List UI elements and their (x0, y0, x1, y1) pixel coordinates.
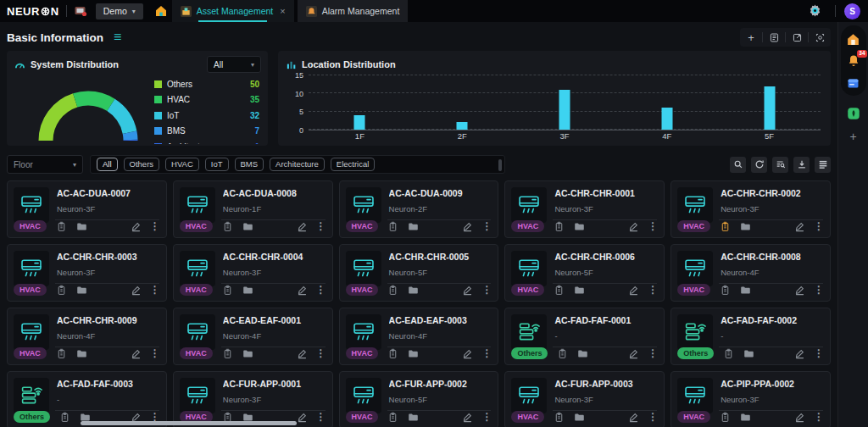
clipboard-icon[interactable] (56, 221, 67, 232)
clipboard-icon[interactable] (56, 285, 67, 296)
edit-icon[interactable] (794, 348, 805, 359)
folder-icon[interactable] (76, 348, 87, 359)
more-menu-icon[interactable]: ⋮ (150, 347, 160, 359)
tab-alarm-management[interactable]: Alarm Management (298, 0, 409, 22)
asset-card[interactable]: AC-EAD-EAF-0003 Neuron-4F HVAC ⋮ (339, 308, 499, 365)
settings-gear-icon[interactable] (808, 3, 823, 19)
workspace-app-icon[interactable] (74, 5, 87, 17)
asset-card[interactable]: AC-AC-DUA-0009 Neuron-2F HVAC ⋮ (339, 180, 499, 238)
asset-card[interactable]: AC-FAD-FAF-0001 - Others ⋮ (504, 308, 665, 365)
edit-icon[interactable] (297, 412, 308, 423)
add-app-icon[interactable]: + (849, 130, 856, 143)
filter-chip-hvac[interactable]: HVAC (165, 158, 199, 171)
asset-card[interactable]: AC-PIP-PPA-0002 Neuron-3F HVAC ⋮ (670, 371, 831, 427)
asset-card[interactable]: AC-FUR-APP-0003 Neuron-3F HVAC ⋮ (504, 371, 665, 427)
folder-icon[interactable] (577, 348, 588, 359)
user-avatar[interactable]: S (844, 3, 860, 19)
folder-icon[interactable] (76, 221, 87, 232)
asset-card[interactable]: AC-FUR-APP-0001 Neuron-3F HVAC ⋮ (173, 371, 333, 427)
edit-icon[interactable] (794, 221, 805, 232)
plant-icon[interactable] (846, 106, 861, 121)
folder-icon[interactable] (740, 285, 751, 296)
more-menu-icon[interactable]: ⋮ (316, 284, 326, 296)
folder-icon[interactable] (574, 285, 585, 296)
filter-chip-architecture[interactable]: Architecture (270, 158, 325, 171)
asset-card[interactable]: AC-CHR-CHR-0003 Neuron-3F HVAC ⋮ (7, 244, 167, 302)
more-menu-icon[interactable]: ⋮ (648, 411, 658, 423)
folder-icon[interactable] (740, 221, 751, 232)
asset-card[interactable]: AC-AC-DUA-0008 Neuron-1F HVAC ⋮ (173, 180, 333, 238)
edit-icon[interactable] (462, 221, 473, 232)
asset-card[interactable]: AC-CHR-CHR-0009 Neuron-4F HVAC ⋮ (7, 308, 167, 365)
folder-icon[interactable] (574, 412, 585, 423)
edit-icon[interactable] (628, 348, 639, 359)
clipboard-icon[interactable] (59, 412, 70, 423)
edit-icon[interactable] (131, 348, 142, 359)
asset-card[interactable]: AC-CHR-CHR-0004 Neuron-3F HVAC ⋮ (173, 244, 333, 302)
more-menu-icon[interactable]: ⋮ (814, 284, 824, 296)
list-search-icon[interactable] (772, 157, 788, 173)
menu-hamburger-icon[interactable]: ≡ (114, 30, 121, 44)
export-icon[interactable] (786, 28, 808, 47)
more-menu-icon[interactable]: ⋮ (481, 411, 492, 423)
folder-icon[interactable] (574, 221, 585, 232)
edit-icon[interactable] (628, 221, 639, 232)
more-menu-icon[interactable]: ⋮ (150, 220, 160, 232)
edit-icon[interactable] (297, 348, 308, 359)
edit-icon[interactable] (462, 412, 473, 423)
edit-icon[interactable] (628, 412, 639, 423)
more-menu-icon[interactable]: ⋮ (316, 347, 326, 359)
folder-icon[interactable] (408, 348, 419, 359)
clipboard-icon[interactable] (387, 221, 398, 232)
asset-card[interactable]: AC-CHR-CHR-0005 Neuron-5F HVAC ⋮ (339, 244, 499, 302)
more-menu-icon[interactable]: ⋮ (648, 284, 658, 296)
filter-chip-bms[interactable]: BMS (235, 158, 264, 171)
search-icon[interactable] (730, 157, 746, 173)
folder-icon[interactable] (408, 285, 419, 296)
more-menu-icon[interactable]: ⋮ (481, 220, 492, 232)
more-menu-icon[interactable]: ⋮ (481, 284, 492, 296)
folder-icon[interactable] (408, 412, 419, 423)
floor-select[interactable]: Floor ▾ (7, 155, 83, 174)
add-button[interactable]: + (740, 28, 762, 47)
edit-icon[interactable] (462, 348, 473, 359)
folder-icon[interactable] (408, 221, 419, 232)
asset-card[interactable]: AC-CHR-CHR-0002 Neuron-3F HVAC ⋮ (670, 180, 831, 238)
clipboard-icon[interactable] (554, 412, 565, 423)
folder-icon[interactable] (740, 412, 751, 423)
clipboard-icon[interactable] (56, 348, 67, 359)
more-menu-icon[interactable]: ⋮ (814, 220, 824, 232)
chip-scroll-handle[interactable] (498, 159, 502, 171)
clipboard-icon[interactable] (720, 221, 731, 232)
more-menu-icon[interactable]: ⋮ (316, 411, 326, 423)
system-filter-select[interactable]: All ▾ (207, 56, 261, 73)
notes-icon[interactable] (763, 28, 785, 47)
asset-card[interactable]: AC-CHR-CHR-0006 Neuron-5F HVAC ⋮ (504, 244, 665, 302)
filter-chip-iot[interactable]: IoT (205, 158, 229, 171)
edit-icon[interactable] (131, 285, 142, 296)
asset-card[interactable]: AC-AC-DUA-0007 Neuron-3F HVAC ⋮ (7, 180, 167, 238)
more-menu-icon[interactable]: ⋮ (814, 347, 824, 359)
folder-icon[interactable] (242, 285, 253, 296)
clipboard-icon[interactable] (387, 348, 398, 359)
home-icon[interactable] (153, 3, 169, 19)
refresh-icon[interactable] (751, 157, 767, 173)
asset-card[interactable]: AC-FAD-FAF-0002 - Others ⋮ (670, 308, 831, 365)
asset-card[interactable]: AC-EAD-EAF-0001 Neuron-4F HVAC ⋮ (173, 308, 333, 365)
house-icon[interactable] (846, 31, 861, 47)
clipboard-icon[interactable] (720, 412, 731, 423)
more-menu-icon[interactable]: ⋮ (481, 347, 492, 359)
clipboard-icon[interactable] (554, 285, 565, 296)
asset-card[interactable]: AC-FAD-FAF-0003 - Others ⋮ (7, 371, 167, 427)
close-icon[interactable]: × (280, 6, 285, 16)
blue-card-icon[interactable] (846, 75, 861, 91)
asset-card[interactable]: AC-CHR-CHR-0008 Neuron-4F HVAC ⋮ (670, 244, 831, 302)
folder-icon[interactable] (242, 348, 253, 359)
edit-icon[interactable] (628, 285, 639, 296)
download-icon[interactable] (793, 157, 810, 173)
filter-chip-all[interactable]: All (97, 158, 118, 171)
tab-asset-management[interactable]: Asset Management × (172, 0, 294, 22)
workspace-selector[interactable]: Demo ▾ (96, 3, 143, 19)
folder-icon[interactable] (743, 348, 754, 359)
more-menu-icon[interactable]: ⋮ (648, 220, 658, 232)
